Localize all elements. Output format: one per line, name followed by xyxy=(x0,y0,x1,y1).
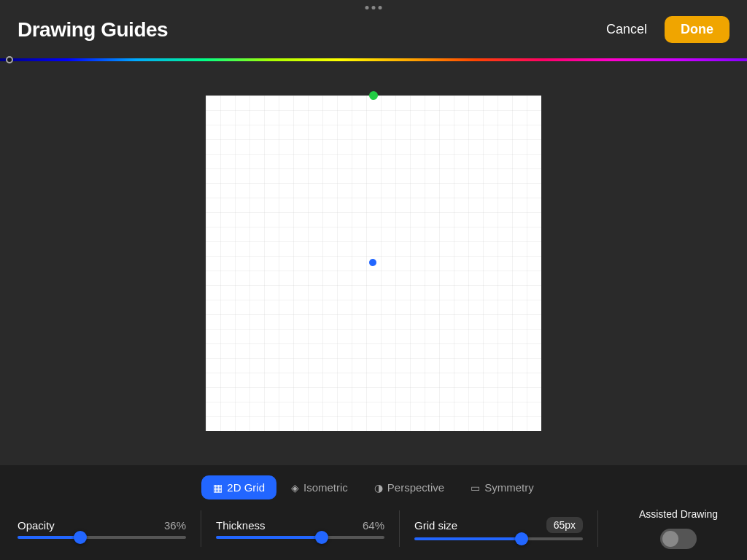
opacity-slider[interactable] xyxy=(18,536,186,539)
grid-size-slider[interactable] xyxy=(414,537,583,540)
thickness-label: Thickness xyxy=(216,519,266,532)
opacity-group: Opacity 36% xyxy=(18,519,186,539)
tab-isometric[interactable]: ◈ Isometric xyxy=(279,475,360,499)
assisted-drawing-group: Assisted Drawing xyxy=(627,508,729,549)
toggle-knob xyxy=(662,531,678,547)
top-dots xyxy=(365,6,382,9)
symmetry-icon: ▭ xyxy=(471,482,480,494)
canvas-area xyxy=(0,61,747,465)
grid-canvas[interactable] xyxy=(206,96,541,431)
tab-isometric-label: Isometric xyxy=(303,481,348,494)
dot-1 xyxy=(365,6,369,9)
grid-canvas-wrapper xyxy=(206,96,541,431)
thickness-group: Thickness 64% xyxy=(216,519,384,539)
grid-size-label: Grid size xyxy=(414,519,457,532)
header: Drawing Guides Cancel Done xyxy=(0,16,747,43)
assisted-drawing-toggle[interactable] xyxy=(660,529,697,549)
tab-2d-grid[interactable]: ▦ 2D Grid xyxy=(201,475,276,499)
grid-size-header: Grid size 65px xyxy=(414,517,583,533)
done-button[interactable]: Done xyxy=(665,16,729,43)
tab-2d-grid-label: 2D Grid xyxy=(227,481,265,494)
opacity-value: 36% xyxy=(164,519,186,532)
grid-size-group: Grid size 65px xyxy=(414,517,583,540)
divider-3 xyxy=(597,510,598,547)
color-bar[interactable] xyxy=(0,58,747,61)
green-dot-handle[interactable] xyxy=(369,91,378,100)
divider-2 xyxy=(399,510,400,547)
thickness-slider[interactable] xyxy=(216,536,384,539)
bottom-panel: ▦ 2D Grid ◈ Isometric ◑ Perspective ▭ Sy… xyxy=(0,465,747,560)
tab-symmetry-label: Symmetry xyxy=(484,481,534,494)
assisted-drawing-label: Assisted Drawing xyxy=(639,508,718,520)
dot-2 xyxy=(372,6,376,9)
tab-row: ▦ 2D Grid ◈ Isometric ◑ Perspective ▭ Sy… xyxy=(201,475,545,499)
perspective-icon: ◑ xyxy=(374,482,383,494)
opacity-header: Opacity 36% xyxy=(18,519,186,532)
dot-3 xyxy=(379,6,382,9)
blue-dot-handle[interactable] xyxy=(369,259,376,266)
tab-perspective[interactable]: ◑ Perspective xyxy=(363,475,456,499)
header-actions: Cancel Done xyxy=(597,16,729,43)
tab-symmetry[interactable]: ▭ Symmetry xyxy=(459,475,546,499)
grid-size-value: 65px xyxy=(546,517,583,533)
thickness-value: 64% xyxy=(363,519,384,532)
cancel-button[interactable]: Cancel xyxy=(597,18,656,42)
tab-perspective-label: Perspective xyxy=(387,481,444,494)
sliders-row: Opacity 36% Thickness 64% Grid size 65px xyxy=(18,508,729,549)
2d-grid-icon: ▦ xyxy=(213,482,222,494)
isometric-icon: ◈ xyxy=(291,482,299,494)
color-bar-handle[interactable] xyxy=(6,56,13,63)
thickness-header: Thickness 64% xyxy=(216,519,384,532)
divider-1 xyxy=(201,510,201,547)
opacity-label: Opacity xyxy=(18,519,55,532)
page-title: Drawing Guides xyxy=(18,18,168,42)
